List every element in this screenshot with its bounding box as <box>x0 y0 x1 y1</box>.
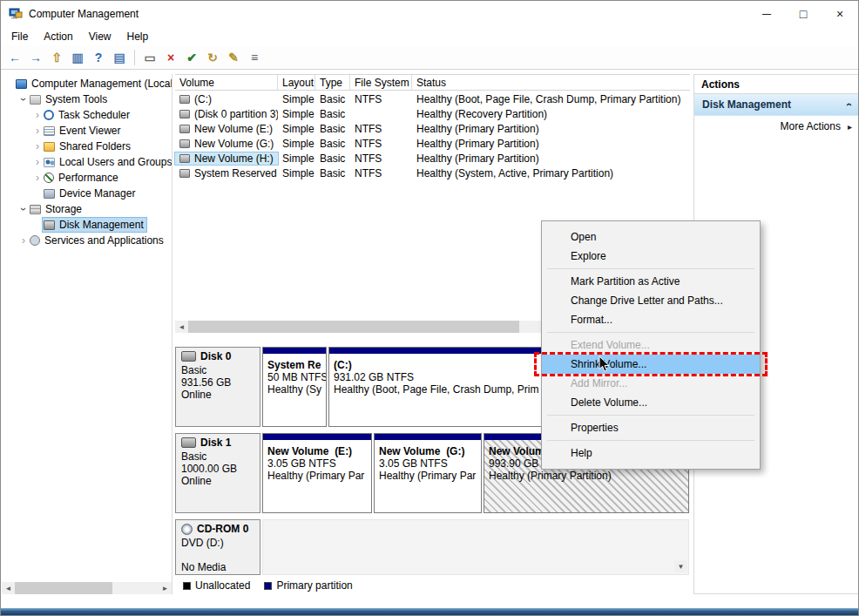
tree-item-label: Event Viewer <box>59 125 120 137</box>
chevron-collapsed-icon[interactable]: › <box>32 141 43 152</box>
tree-item-task-scheduler[interactable]: ›Task Scheduler <box>2 107 172 123</box>
tree-item-services-and-applications[interactable]: ›Services and Applications <box>2 233 172 248</box>
disk-label-cdrom0[interactable]: CD-ROM 0DVD (D:)No Media <box>175 519 260 575</box>
tree-scroll-track[interactable] <box>15 582 159 594</box>
chevron-collapsed-icon[interactable]: › <box>32 125 43 136</box>
volume-row[interactable]: (C:)SimpleBasicNTFSHealthy (Boot, Page F… <box>175 91 690 106</box>
tree-item-local-users-and-groups[interactable]: ›Local Users and Groups <box>2 154 172 170</box>
tree-scroll-thumb[interactable] <box>15 582 112 594</box>
chevron-collapsed-icon[interactable]: › <box>32 173 43 183</box>
hdd-icon <box>181 437 196 448</box>
column-header-status[interactable]: Status <box>412 75 690 90</box>
maximize-button[interactable]: □ <box>785 1 822 27</box>
menu-file[interactable]: File <box>3 29 36 44</box>
volume-row[interactable]: New Volume (H:)SimpleBasicNTFSHealthy (P… <box>175 151 690 166</box>
toolbar-separator <box>134 50 135 65</box>
menu-action[interactable]: Action <box>36 29 80 44</box>
volume-row[interactable]: System ReservedSimpleBasicNTFSHealthy (S… <box>175 166 690 180</box>
mark-active-icon[interactable]: ✔ <box>182 48 201 67</box>
volume-row[interactable]: New Volume (G:)SimpleBasicNTFSHealthy (P… <box>175 136 690 151</box>
column-header-volume[interactable]: Volume <box>175 75 278 90</box>
shared-folders-icon <box>44 142 55 152</box>
volume-cell: Simple <box>278 93 315 105</box>
menu-help[interactable]: Help <box>119 29 157 44</box>
partition-status: Healthy (Primary Par <box>267 470 367 482</box>
scroll-left-icon[interactable]: ◄ <box>2 582 15 594</box>
show-hide-tree-icon[interactable]: ▥ <box>68 48 87 67</box>
up-one-level-icon[interactable]: ⇧ <box>47 48 66 67</box>
menu-view[interactable]: View <box>81 29 119 44</box>
minimize-button[interactable]: ─ <box>748 1 785 27</box>
computer-management-icon <box>16 79 27 89</box>
tree-item-shared-folders[interactable]: ›Shared Folders <box>2 139 172 154</box>
tree-item-computer-management[interactable]: Computer Management (Local <box>2 76 172 91</box>
tree-item-device-manager[interactable]: Device Manager <box>2 186 172 201</box>
tree-item-storage[interactable]: ›Storage <box>2 201 172 217</box>
refresh-icon[interactable]: ↻ <box>203 48 222 67</box>
menu-item-delete-volume[interactable]: Delete Volume... <box>542 393 760 412</box>
more-actions-arrow-icon: ▸ <box>848 122 852 132</box>
delete-volume-icon[interactable]: × <box>161 48 180 67</box>
tree-item-system-tools[interactable]: ›System Tools <box>2 91 172 107</box>
menu-item-change-drive-letter-and-paths[interactable]: Change Drive Letter and Paths... <box>542 291 760 310</box>
partition-system-re[interactable]: System Re50 MB NTFSHealthy (Sy <box>262 347 327 427</box>
chevron-expanded-icon[interactable]: › <box>18 204 29 214</box>
scroll-down-icon[interactable]: ▼ <box>674 560 687 572</box>
disk-label-disk0[interactable]: Disk 0Basic931.56 GBOnline <box>175 347 260 427</box>
chevron-collapsed-icon[interactable]: › <box>32 110 43 120</box>
primary-partition-color-swatch <box>264 582 272 590</box>
menu-item-format[interactable]: Format... <box>542 310 760 329</box>
partition-new-volume-g[interactable]: New Volume (G:)3.05 GB NTFSHealthy (Prim… <box>374 433 482 513</box>
volume-cell: Basic <box>315 152 350 165</box>
list-scroll-thumb[interactable] <box>188 321 519 333</box>
export-list-icon[interactable]: ▤ <box>110 48 129 67</box>
menu-item-properties[interactable]: Properties <box>542 418 760 437</box>
tree-item-content: Disk Management <box>43 218 146 232</box>
scroll-right-icon[interactable]: ► <box>159 582 172 594</box>
partition-new-volume-e[interactable]: New Volume (E:)3.05 GB NTFSHealthy (Prim… <box>262 433 372 513</box>
menu-item-explore[interactable]: Explore <box>542 247 760 266</box>
tree-item-disk-management[interactable]: Disk Management <box>2 217 172 233</box>
volume-cell: Healthy (Primary Partition) <box>412 138 690 150</box>
close-button[interactable]: × <box>822 1 858 27</box>
volume-icon <box>179 95 190 104</box>
chevron-collapsed-icon[interactable]: › <box>32 157 43 167</box>
device-manager-icon <box>44 189 55 199</box>
tree-h-scrollbar[interactable]: ◄ ► <box>2 582 172 594</box>
mouse-cursor <box>599 356 611 374</box>
menu-item-help[interactable]: Help <box>542 443 760 463</box>
tree-item-content: Computer Management (Local <box>15 77 172 91</box>
chevron-collapsed-icon[interactable]: › <box>18 235 29 246</box>
chevron-expanded-icon[interactable]: › <box>18 94 29 105</box>
actions-section-disk-management[interactable]: Disk Management › <box>694 94 858 116</box>
tree-item-event-viewer[interactable]: ›Event Viewer <box>2 123 172 139</box>
column-header-type[interactable]: Type <box>315 75 350 90</box>
scroll-left-icon[interactable]: ◄ <box>175 321 188 333</box>
menu-item-open[interactable]: Open <box>542 227 760 247</box>
tree-item-label: Performance <box>58 172 118 184</box>
computer-management-window: Computer Management ─□× FileActionViewHe… <box>0 0 859 616</box>
legend-label: Unallocated <box>195 579 250 592</box>
action-pane-icon[interactable]: ▭ <box>140 48 159 67</box>
disk-label-disk1[interactable]: Disk 1Basic1000.00 GBOnline <box>175 433 260 513</box>
menu-item-mark-partition-as-active[interactable]: Mark Partition as Active <box>542 272 760 291</box>
tree-item-performance[interactable]: ›Performance <box>2 170 172 186</box>
column-header-file-system[interactable]: File System <box>350 75 412 90</box>
properties-icon[interactable]: ≡ <box>245 48 264 67</box>
volume-cell: New Volume (E:) <box>175 123 278 135</box>
format-icon[interactable]: ✎ <box>224 48 243 67</box>
help-icon[interactable]: ? <box>89 48 108 67</box>
more-actions-item[interactable]: More Actions ▸ <box>694 116 858 137</box>
volume-row[interactable]: New Volume (E:)SimpleBasicNTFSHealthy (P… <box>175 121 690 136</box>
menu-item-shrink-volume[interactable]: Shrink Volume... <box>542 355 760 374</box>
volume-name: New Volume (G:) <box>194 138 274 150</box>
column-header-layout[interactable]: Layout <box>278 75 315 90</box>
back-icon[interactable]: ← <box>5 48 24 67</box>
volume-row[interactable]: (Disk 0 partition 3)SimpleBasicHealthy (… <box>175 106 690 121</box>
collapse-chevron-icon[interactable]: › <box>842 103 855 106</box>
volume-cell: (C:) <box>175 93 278 105</box>
volume-icon <box>179 154 190 163</box>
volume-cell: Simple <box>278 152 315 165</box>
forward-icon[interactable]: → <box>26 48 45 67</box>
context-menu: OpenExploreMark Partition as ActiveChang… <box>541 220 761 470</box>
